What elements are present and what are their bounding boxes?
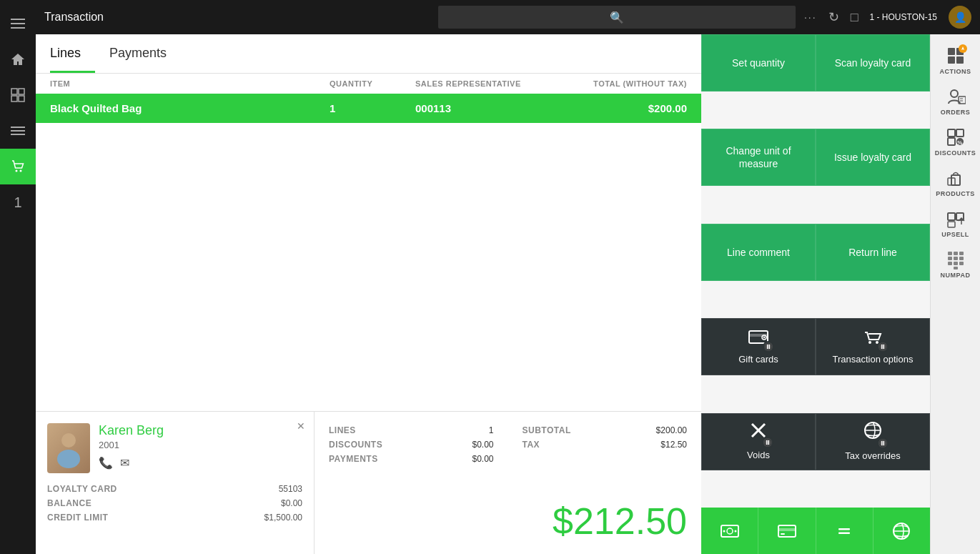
nav-discounts[interactable]: % DISCOUNTS <box>931 122 981 162</box>
topbar-actions: ··· ↻ □ 1 - HOUSTON-15 👤 <box>804 6 971 29</box>
svg-point-28 <box>764 439 771 446</box>
nav-products[interactable]: PRODUCTS <box>931 162 981 203</box>
sidebar-home[interactable] <box>0 41 36 77</box>
bottom-panel: Karen Berg 2001 📞 ✉ LOYALTY CARD 55103 <box>36 411 701 554</box>
nav-actions[interactable]: ACTIONS <box>931 40 981 81</box>
nav-numpad[interactable]: NUMPAD <box>931 244 981 285</box>
svg-rect-24 <box>881 345 883 349</box>
transaction-options-button[interactable]: Transaction options <box>816 318 930 375</box>
return-line-button[interactable]: Return line <box>816 224 930 281</box>
set-quantity-label: Set quantity <box>732 56 785 69</box>
svg-rect-39 <box>778 528 796 531</box>
products-icon <box>946 168 966 188</box>
svg-rect-1 <box>11 23 25 24</box>
tax-value: $12.50 <box>660 440 687 450</box>
cash-payment-button[interactable] <box>701 508 758 554</box>
transaction-options-label: Transaction options <box>833 354 914 366</box>
nav-orders[interactable]: ORDERS <box>931 81 981 122</box>
discounts-value: $0.00 <box>472 440 493 450</box>
svg-rect-8 <box>11 130 25 132</box>
loyalty-card-value: 55103 <box>279 484 302 494</box>
tab-lines[interactable]: Lines <box>50 34 95 73</box>
line-comment-label: Line comment <box>727 246 790 259</box>
table-row[interactable]: Black Quilted Bag 1 000113 $200.00 <box>36 94 701 123</box>
svg-point-21 <box>868 341 871 344</box>
svg-point-48 <box>951 90 958 97</box>
close-customer-button[interactable]: ✕ <box>297 420 305 432</box>
phone-icon[interactable]: 📞 <box>99 456 113 470</box>
sidebar: 1 <box>0 0 36 554</box>
svg-rect-66 <box>948 262 952 265</box>
svg-rect-42 <box>838 532 850 534</box>
payment-buttons <box>701 508 930 554</box>
sidebar-lines[interactable] <box>0 113 36 149</box>
row-sales-rep: 000113 <box>415 102 558 114</box>
payments-value: $0.00 <box>472 454 493 464</box>
summary-right-col: SUBTOTAL $200.00 TAX $12.50 <box>523 423 688 466</box>
svg-rect-52 <box>948 138 955 145</box>
svg-rect-32 <box>881 441 883 445</box>
row-quantity: 1 <box>330 102 415 114</box>
svg-rect-20 <box>769 345 771 349</box>
refresh-icon[interactable]: ↻ <box>828 9 839 25</box>
right-nav: ACTIONS ORDERS <box>930 34 980 554</box>
change-uom-button[interactable]: Change unit of measure <box>701 129 816 186</box>
search-icon: 🔍 <box>610 11 624 24</box>
notifications-icon[interactable]: □ <box>851 10 858 25</box>
search-box[interactable]: 🔍 <box>438 6 796 29</box>
scan-loyalty-button[interactable]: Scan loyalty card <box>816 34 930 91</box>
global-button[interactable] <box>873 508 930 554</box>
gift-cards-button[interactable]: Gift cards <box>701 318 816 375</box>
card-payment-button[interactable] <box>758 508 816 554</box>
sidebar-menu[interactable] <box>0 6 36 41</box>
svg-rect-60 <box>948 252 952 255</box>
line-comment-button[interactable]: Line comment <box>701 224 816 281</box>
equal-button[interactable] <box>816 508 873 554</box>
issue-loyalty-button[interactable]: Issue loyalty card <box>816 129 930 186</box>
numpad-label: NUMPAD <box>941 272 971 279</box>
svg-point-17 <box>763 337 765 338</box>
col-sales-rep: SALES REPRESENTATIVE <box>415 79 558 88</box>
orders-icon <box>946 86 966 107</box>
svg-point-37 <box>734 530 736 532</box>
summary-left-col: LINES 1 DISCOUNTS $0.00 PAYMENTS $0.00 <box>329 423 494 466</box>
upsell-icon <box>946 209 966 229</box>
voids-button[interactable]: Voids <box>701 413 816 470</box>
balance-label: BALANCE <box>47 498 91 508</box>
tax-overrides-button[interactable]: Tax overrides <box>816 413 930 470</box>
svg-rect-63 <box>948 257 952 260</box>
svg-rect-41 <box>838 528 850 530</box>
svg-point-12 <box>61 433 76 447</box>
lines-label: LINES <box>329 425 356 435</box>
row-item-name: Black Quilted Bag <box>50 102 330 114</box>
nav-upsell[interactable]: UPSELL <box>931 203 981 244</box>
sidebar-cart[interactable] <box>0 149 36 184</box>
svg-rect-69 <box>954 267 958 269</box>
svg-rect-64 <box>954 257 958 260</box>
svg-rect-9 <box>11 134 25 135</box>
svg-rect-3 <box>11 89 17 94</box>
sidebar-count[interactable]: 1 <box>0 184 36 220</box>
credit-limit-label: CREDIT LIMIT <box>47 513 108 523</box>
amount-due: $212.50 <box>329 500 687 543</box>
subtotal-value: $200.00 <box>656 425 687 435</box>
tab-bar: Lines Payments <box>36 34 701 74</box>
svg-point-23 <box>879 343 886 350</box>
tab-payments[interactable]: Payments <box>109 34 181 73</box>
col-total: TOTAL (WITHOUT TAX) <box>558 79 687 88</box>
sidebar-products[interactable] <box>0 77 36 113</box>
customer-details: LOYALTY CARD 55103 BALANCE $0.00 CREDIT … <box>47 482 302 525</box>
email-icon[interactable]: ✉ <box>120 456 129 470</box>
svg-rect-55 <box>951 175 960 185</box>
set-quantity-button[interactable]: Set quantity <box>701 34 816 91</box>
credit-limit-value: $1,500.00 <box>264 513 302 523</box>
more-options-icon[interactable]: ··· <box>804 11 817 23</box>
scan-loyalty-label: Scan loyalty card <box>835 56 911 69</box>
table-header: ITEM QUANTITY SALES REPRESENTATIVE TOTAL… <box>36 74 701 94</box>
svg-rect-4 <box>19 89 24 94</box>
svg-point-36 <box>723 530 725 532</box>
customer-info: Karen Berg 2001 📞 ✉ <box>99 423 302 470</box>
svg-rect-62 <box>959 252 964 255</box>
tax-overrides-label: Tax overrides <box>845 450 900 463</box>
user-avatar[interactable]: 👤 <box>949 6 971 29</box>
